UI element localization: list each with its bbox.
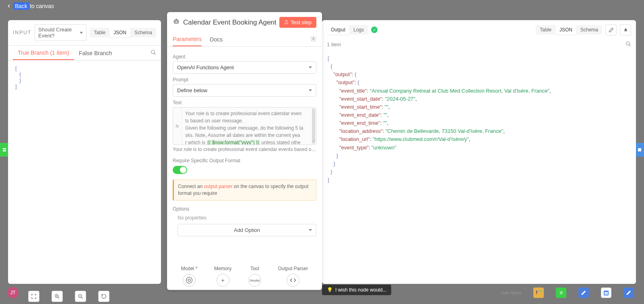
gear-icon[interactable] bbox=[310, 36, 316, 43]
text-label: Text bbox=[173, 100, 316, 105]
text-editor[interactable]: fx Your role is to create professional e… bbox=[173, 107, 316, 145]
input-node-selector[interactable]: Should Create Event? bbox=[35, 24, 87, 41]
test-step-button[interactable]: Test step bbox=[279, 17, 316, 28]
svg-point-6 bbox=[188, 279, 190, 281]
prompt-select[interactable]: Define below bbox=[173, 84, 316, 97]
search-icon[interactable] bbox=[151, 50, 156, 56]
agent-label: Agent bbox=[173, 54, 316, 60]
pin-icon[interactable] bbox=[620, 24, 631, 35]
zoom-in-icon[interactable] bbox=[52, 291, 63, 302]
fx-icon: fx bbox=[173, 108, 182, 145]
model-connector-icon[interactable] bbox=[183, 274, 196, 287]
user-avatar[interactable]: JT bbox=[7, 287, 19, 298]
svg-point-1 bbox=[151, 50, 155, 53]
undo-icon[interactable] bbox=[98, 291, 109, 302]
output-tab-logs[interactable]: Logs bbox=[349, 25, 368, 35]
expand-icon[interactable]: ⤢ bbox=[312, 138, 315, 144]
output-parser-info: Connect an output parser on the canvas t… bbox=[173, 180, 316, 201]
canvas-toolbar bbox=[28, 291, 109, 302]
to-canvas-label: to canvas bbox=[30, 3, 54, 9]
input-view-table[interactable]: Table bbox=[90, 28, 109, 37]
input-panel: INPUT Should Create Event? Table JSON Sc… bbox=[8, 20, 161, 284]
input-view-segmented: Table JSON Schema bbox=[90, 28, 156, 37]
robot-icon bbox=[173, 18, 180, 27]
next-node-edge-button[interactable] bbox=[635, 143, 644, 157]
input-json-preview: [ { } ] bbox=[8, 60, 161, 94]
output-parser-link[interactable]: output parser bbox=[204, 184, 233, 189]
prompt-label: Prompt bbox=[173, 77, 316, 83]
node-config-panel: Calendar Event Booking Agent Test step P… bbox=[167, 12, 322, 290]
fit-view-icon[interactable] bbox=[28, 291, 39, 302]
success-icon: ✓ bbox=[371, 27, 378, 33]
canvas-nodes-strip: over items ≡ 31 bbox=[501, 287, 634, 298]
output-view-schema[interactable]: Schema bbox=[576, 25, 602, 35]
back-to-canvas-link[interactable]: Back to canvas bbox=[6, 2, 54, 10]
prev-node-edge-button[interactable] bbox=[0, 143, 9, 157]
tab-parameters[interactable]: Parameters bbox=[173, 33, 202, 46]
memory-connector-icon[interactable]: + bbox=[217, 274, 229, 287]
svg-rect-0 bbox=[638, 148, 641, 151]
zoom-out-icon[interactable] bbox=[75, 291, 86, 302]
tab-docs[interactable]: Docs bbox=[210, 33, 223, 46]
options-label: Options bbox=[173, 206, 316, 212]
edit-icon[interactable] bbox=[605, 24, 617, 35]
svg-text:31: 31 bbox=[605, 292, 607, 294]
connector-memory: Memory + bbox=[214, 266, 231, 287]
input-view-schema[interactable]: Schema bbox=[130, 28, 156, 37]
output-tab-output[interactable]: Output bbox=[327, 25, 349, 35]
svg-point-3 bbox=[175, 21, 176, 22]
add-option-button[interactable]: Add Option bbox=[178, 224, 316, 236]
tool-connector-icon[interactable]: SerpApi bbox=[248, 274, 261, 287]
input-view-json[interactable]: JSON bbox=[109, 28, 130, 37]
connector-model: Model * bbox=[181, 266, 198, 287]
feedback-button[interactable]: 💡 I wish this node would... bbox=[322, 285, 391, 295]
tab-false-branch[interactable]: False Branch bbox=[74, 46, 117, 60]
output-view-table[interactable]: Table bbox=[536, 25, 555, 35]
output-panel: Output Logs ✓ Table JSON Schema 1 item bbox=[322, 20, 636, 284]
require-format-label: Require Specific Output Format bbox=[173, 158, 316, 163]
require-format-toggle[interactable] bbox=[173, 166, 187, 174]
no-properties-text: No properties bbox=[178, 215, 316, 221]
output-view-json[interactable]: JSON bbox=[555, 25, 576, 35]
svg-point-5 bbox=[313, 38, 314, 40]
back-label: Back bbox=[13, 2, 29, 10]
search-icon[interactable] bbox=[625, 41, 631, 48]
text-hint: Your role is to create professional even… bbox=[173, 147, 316, 152]
items-count: 1 item bbox=[327, 41, 341, 48]
svg-point-4 bbox=[177, 21, 178, 22]
agent-select[interactable]: OpenAI Functions Agent bbox=[173, 61, 316, 74]
svg-point-7 bbox=[626, 42, 630, 45]
parser-connector-icon[interactable] bbox=[287, 274, 299, 287]
tab-true-branch[interactable]: True Branch (1 item) bbox=[13, 45, 74, 60]
connector-tool: Tool SerpApi bbox=[248, 266, 261, 287]
output-json: [ { "output": { "output": { "event_title… bbox=[322, 51, 636, 187]
bulb-icon: 💡 bbox=[327, 287, 333, 293]
input-title: INPUT bbox=[13, 30, 31, 35]
connector-parser: Output Parser bbox=[278, 266, 308, 287]
node-title: Calendar Event Booking Agent bbox=[183, 19, 277, 27]
